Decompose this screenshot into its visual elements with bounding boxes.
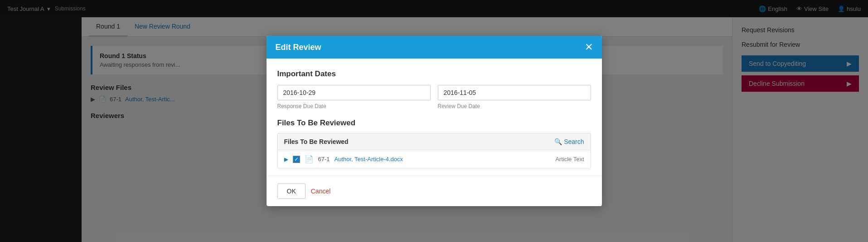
modal-body: Important Dates Response Due Date Review…: [267, 59, 602, 168]
search-label: Search: [564, 138, 584, 145]
modal-overlay: Edit Review ✕ Important Dates Response D…: [0, 0, 868, 242]
review-due-date-label: Review Due Date: [438, 103, 480, 109]
response-due-date-field: Response Due Date: [277, 85, 431, 109]
important-dates-heading: Important Dates: [277, 69, 591, 79]
ok-button[interactable]: OK: [277, 183, 305, 199]
response-due-date-label: Response Due Date: [277, 103, 326, 109]
modal-close-button[interactable]: ✕: [585, 42, 593, 52]
files-table: Files To Be Reviewed 🔍 Search ▶ ✓ 📄 67-1: [277, 133, 591, 168]
modal-header: Edit Review ✕: [267, 36, 602, 59]
modal-title: Edit Review: [276, 43, 321, 52]
checkmark-icon: ✓: [294, 156, 299, 163]
edit-review-modal: Edit Review ✕ Important Dates Response D…: [267, 36, 602, 206]
file-checkbox[interactable]: ✓: [293, 156, 300, 163]
file-name-link[interactable]: Author, Test-Article-4.docx: [335, 156, 551, 163]
search-icon: 🔍: [554, 138, 562, 145]
modal-footer: OK Cancel: [267, 176, 602, 206]
dates-row: Response Due Date Review Due Date: [277, 85, 591, 109]
file-doc-icon: 📄: [305, 155, 314, 163]
response-due-date-input[interactable]: [277, 85, 431, 100]
files-table-title: Files To Be Reviewed: [284, 138, 349, 145]
search-button[interactable]: 🔍 Search: [554, 138, 584, 145]
files-table-header: Files To Be Reviewed 🔍 Search: [278, 133, 591, 150]
file-type-cell: Article Text: [555, 156, 584, 163]
file-id-cell: 67-1: [318, 156, 330, 163]
file-table-row: ▶ ✓ 📄 67-1 Author, Test-Article-4.docx A…: [278, 150, 591, 168]
review-due-date-input[interactable]: [438, 85, 591, 100]
review-due-date-field: Review Due Date: [438, 85, 591, 109]
cancel-button[interactable]: Cancel: [311, 188, 331, 195]
files-section-heading: Files To Be Reviewed: [277, 119, 591, 128]
expand-arrow-icon[interactable]: ▶: [284, 156, 288, 163]
